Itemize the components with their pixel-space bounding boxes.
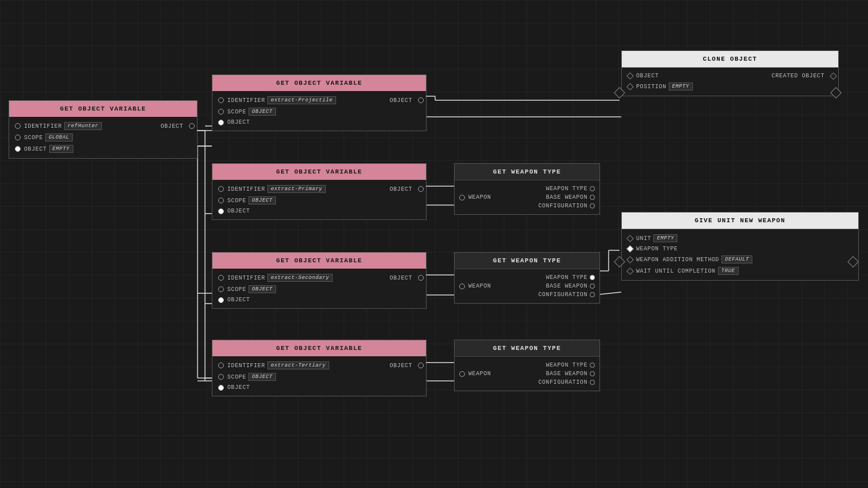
node-0-header: GET OBJECT VARIABLE: [9, 101, 197, 117]
gwt1-weapon-port[interactable]: [459, 195, 465, 200]
gunw-unit-port[interactable]: [626, 235, 634, 242]
port-left-scope-0[interactable]: [15, 135, 21, 140]
gunw-wam-label: WEAPON ADDITION METHOD: [636, 257, 719, 263]
canvas: GET OBJECT VARIABLE IDENTIFIER refHunter…: [0, 0, 868, 488]
gunw-wam-default: DEFAULT: [721, 255, 752, 263]
extract-secondary-tag: extract-Secondary: [267, 274, 333, 282]
object-out-2: OBJECT: [389, 186, 420, 192]
object-label-3: OBJECT: [227, 297, 250, 303]
global-tag: GLOBAL: [45, 133, 73, 141]
id-label-4: IDENTIFIER: [227, 363, 265, 369]
clone-created-label: CREATED OBJECT: [772, 73, 833, 79]
gwt3-bw-label: BASE WEAPON: [546, 371, 587, 377]
port-left-object-4[interactable]: [218, 385, 224, 391]
port-left-object-3[interactable]: [218, 297, 224, 303]
node-3-identifier-row: IDENTIFIER extract-Secondary OBJECT: [218, 272, 420, 284]
gunw-wam-port[interactable]: [626, 256, 634, 263]
empty-tag-0: EMPTY: [49, 145, 73, 153]
port-left-id-4[interactable]: [218, 363, 224, 368]
gunw-body: UNIT EMPTY WEAPON TYPE WEAPON ADDITION M…: [622, 229, 858, 280]
extract-tertiary-tag: extract-Tertiary: [267, 361, 329, 369]
gunw-wt-label: WEAPON TYPE: [636, 246, 678, 252]
gwt1-wt-port[interactable]: [590, 186, 595, 191]
gwt2-weapon-label: WEAPON: [468, 283, 491, 289]
clone-position-label: POSITION: [636, 84, 666, 90]
id-label-2: IDENTIFIER: [227, 186, 265, 192]
gwt2-cfg-port[interactable]: [590, 292, 595, 297]
scope-label-3: SCOPE: [227, 286, 246, 293]
object-label-2: OBJECT: [227, 208, 250, 214]
object-out-3: OBJECT: [389, 275, 420, 281]
gwt1-bw-label: BASE WEAPON: [546, 194, 587, 200]
gunw-unit-empty: EMPTY: [653, 234, 677, 242]
node-0-body: IDENTIFIER refHunter OBJECT SCOPE GLOBAL…: [9, 117, 197, 158]
gunw-wam-row: WEAPON ADDITION METHOD DEFAULT: [628, 254, 853, 265]
port-right-obj-4[interactable]: [418, 363, 424, 368]
port-left-object-0[interactable]: [15, 146, 21, 152]
port-right-obj-2[interactable]: [418, 186, 424, 192]
object-scope-tag-3: OBJECT: [248, 285, 276, 293]
gwt1-cfg-port[interactable]: [590, 203, 595, 208]
clone-object-row: OBJECT CREATED OBJECT: [628, 71, 833, 81]
port-left-scope-3[interactable]: [218, 286, 224, 292]
node-4-body: IDENTIFIER extract-Tertiary OBJECT SCOPE…: [212, 356, 426, 396]
node-2-body: IDENTIFIER extract-Primary OBJECT SCOPE …: [212, 180, 426, 219]
gwt1-body: WEAPON WEAPON TYPE BASE WEAPON CONFIGURA…: [455, 180, 599, 214]
extract-proj-tag: extract-Projectile: [267, 96, 336, 104]
gunw-wuc-port[interactable]: [626, 267, 634, 275]
port-right-obj-3[interactable]: [418, 275, 424, 281]
port-right-obj-1[interactable]: [418, 97, 424, 103]
node-0-object-row: OBJECT EMPTY: [15, 143, 191, 155]
clone-position-row: POSITION EMPTY: [628, 81, 833, 92]
gwt3-weapon-port[interactable]: [459, 371, 465, 377]
gwt1-bw-port[interactable]: [590, 195, 595, 200]
gwt3-cfg-port[interactable]: [590, 380, 595, 385]
gwt3-bw-port[interactable]: [590, 371, 595, 376]
object-scope-tag-2: OBJECT: [248, 196, 276, 204]
port-left-scope-4[interactable]: [218, 374, 224, 380]
port-left-id-3[interactable]: [218, 275, 224, 281]
extract-primary-tag: extract-Primary: [267, 185, 326, 193]
node-0-scope-row: SCOPE GLOBAL: [15, 132, 191, 143]
gwt3-wt-label: WEAPON TYPE: [546, 362, 587, 368]
gwt2-cfg-label: CONFIGURATION: [538, 292, 587, 298]
port-left-object-1[interactable]: [218, 120, 224, 125]
gunw-wt-row: WEAPON TYPE: [628, 244, 853, 254]
port-left-scope-1[interactable]: [218, 109, 224, 115]
gwt2-wt-port[interactable]: [590, 275, 595, 280]
port-left-id-2[interactable]: [218, 186, 224, 192]
object-output-label-0: OBJECT: [160, 123, 191, 129]
gwt3-wt-port[interactable]: [590, 363, 595, 368]
port-left-scope-2[interactable]: [218, 198, 224, 203]
clone-position-port[interactable]: [626, 83, 634, 90]
gunw-wt-port[interactable]: [626, 245, 634, 253]
gwt2-weapon-port[interactable]: [459, 284, 465, 289]
gwt3-cfg-label: CONFIGURATION: [538, 379, 587, 385]
node-2-scope-row: SCOPE OBJECT: [218, 195, 420, 206]
gwt2-bw-label: BASE WEAPON: [546, 283, 587, 289]
object-scope-tag-1: OBJECT: [248, 108, 276, 116]
get-weapon-type-node-1: GET WEAPON TYPE WEAPON WEAPON TYPE BASE …: [454, 163, 600, 215]
gwt2-bw-port[interactable]: [590, 284, 595, 289]
port-left-identifier-0[interactable]: [15, 123, 21, 129]
port-right-object-0[interactable]: [189, 123, 195, 129]
scope-label-4: SCOPE: [227, 374, 246, 380]
gunw-unit-row: UNIT EMPTY: [628, 233, 853, 244]
node-0-identifier-row: IDENTIFIER refHunter OBJECT: [15, 120, 191, 132]
object-out-4: OBJECT: [389, 363, 420, 369]
gwt1-weapon-row: WEAPON WEAPON TYPE BASE WEAPON CONFIGURA…: [459, 183, 595, 212]
node-4-identifier-row: IDENTIFIER extract-Tertiary OBJECT: [218, 360, 420, 371]
gwt2-wt-label: WEAPON TYPE: [546, 274, 587, 281]
object-label-4: OBJECT: [227, 384, 250, 391]
clone-object-port-left[interactable]: [626, 72, 634, 80]
port-left-id-1[interactable]: [218, 97, 224, 103]
gwt3-body: WEAPON WEAPON TYPE BASE WEAPON CONFIGURA…: [455, 357, 599, 391]
port-left-object-2[interactable]: [218, 208, 224, 214]
gunw-wuc-label: WAIT UNTIL COMPLETION: [636, 268, 716, 274]
node-1-body: IDENTIFIER extract-Projectile OBJECT SCO…: [212, 91, 426, 131]
node-1-scope-row: SCOPE OBJECT: [218, 106, 420, 117]
give-unit-new-weapon-node: GIVE UNIT NEW WEAPON UNIT EMPTY WEAPON T…: [621, 212, 859, 281]
gunw-wuc-row: WAIT UNTIL COMPLETION TRUE: [628, 265, 853, 277]
clone-object-label: OBJECT: [636, 73, 659, 79]
node-3-body: IDENTIFIER extract-Secondary OBJECT SCOP…: [212, 269, 426, 308]
